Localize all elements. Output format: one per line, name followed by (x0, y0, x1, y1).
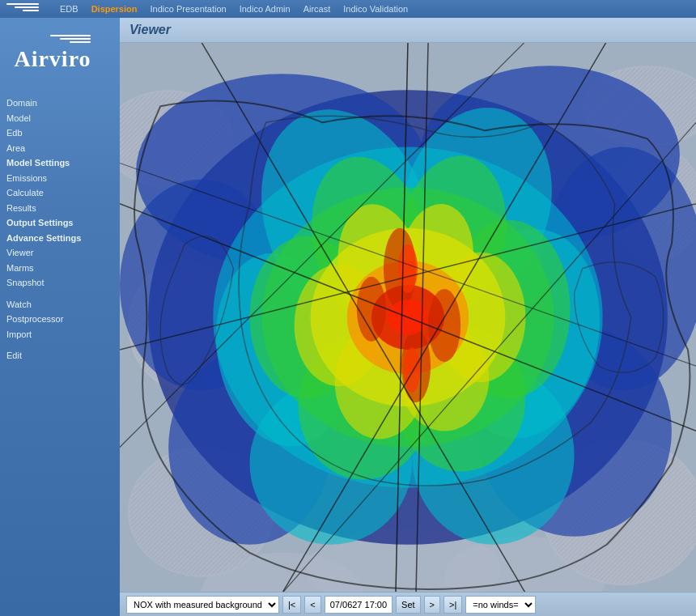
first-frame-button[interactable]: |< (282, 596, 301, 614)
page-title: Viewer (129, 23, 171, 36)
viewer-map-area[interactable] (120, 43, 696, 592)
next-frame-button[interactable]: > (424, 596, 440, 614)
topbar-item-edb[interactable]: EDB (60, 4, 79, 14)
map-visualization (120, 43, 696, 592)
sidebar-item-emissions[interactable]: Emissions (6, 171, 113, 186)
content-area: Viewer (120, 18, 696, 616)
sidebar-item-model[interactable]: Model (6, 111, 113, 126)
sidebar-item-edit[interactable]: Edit (6, 348, 113, 363)
sidebar-item-snapshot[interactable]: Snapshot (6, 275, 113, 291)
sidebar-item-domain[interactable]: Domain (6, 96, 113, 111)
topbar-item-indico-admin[interactable]: Indico Admin (240, 4, 291, 14)
sidebar-navigation: Domain Model Edb Area Model Settings Emi… (0, 92, 120, 367)
sidebar-divider-2 (6, 342, 113, 348)
logo-decoration (6, 3, 47, 11)
logo-line-1 (6, 3, 39, 5)
sidebar-logo-line-1 (50, 35, 91, 36)
sidebar-item-model-settings[interactable]: Model Settings (6, 155, 113, 171)
wind-selector[interactable]: =no winds= Wind 10m Wind 50m (465, 596, 536, 614)
sidebar-item-edb[interactable]: Edb (6, 125, 113, 141)
sidebar-item-results[interactable]: Results (6, 201, 113, 216)
sidebar: Airviro Domain Model Edb Area Model Sett… (0, 18, 120, 616)
sidebar-item-marms[interactable]: Marms (6, 261, 113, 276)
svg-point-54 (404, 347, 420, 393)
top-navigation: EDB Dispersion Indico Presentation Indic… (0, 0, 696, 18)
date-display: 07/0627 17:00 (325, 596, 393, 614)
prev-frame-button[interactable]: < (304, 596, 320, 614)
sidebar-item-postprocessor[interactable]: Postprocessor (6, 312, 113, 327)
sidebar-logo: Airviro (0, 21, 105, 86)
logo-area (6, 3, 47, 15)
sidebar-divider-1 (6, 291, 113, 297)
svg-point-53 (398, 244, 418, 293)
sidebar-logo-line-3 (70, 41, 91, 43)
logo-line-3 (23, 10, 39, 11)
sidebar-item-calculate[interactable]: Calculate (6, 185, 113, 201)
sidebar-item-watch[interactable]: Watch (6, 297, 113, 312)
set-button[interactable]: Set (396, 596, 421, 614)
sidebar-item-viewer[interactable]: Viewer (6, 245, 113, 261)
layer-selector[interactable]: NOX with measured background NOX PM10 SO… (126, 596, 279, 614)
sidebar-logo-line-2 (60, 38, 91, 40)
topbar-item-indico-validation[interactable]: Indico Validation (343, 4, 408, 14)
topbar-item-indico-presentation[interactable]: Indico Presentation (150, 4, 226, 14)
sidebar-logo-text: Airviro (14, 46, 91, 72)
logo-lines-sidebar (6, 35, 99, 43)
sidebar-item-import[interactable]: Import (6, 327, 113, 342)
main-layout: Airviro Domain Model Edb Area Model Sett… (0, 18, 696, 616)
topbar-item-aircast[interactable]: Aircast (303, 4, 331, 14)
sidebar-item-output-settings[interactable]: Output Settings (6, 215, 113, 231)
last-frame-button[interactable]: >| (443, 596, 462, 614)
sidebar-item-advance-settings[interactable]: Advance Settings (6, 231, 113, 246)
content-header: Viewer (120, 18, 696, 43)
logo-line-2 (15, 6, 39, 8)
sidebar-item-area[interactable]: Area (6, 141, 113, 156)
topbar-item-dispersion[interactable]: Dispersion (91, 4, 138, 14)
bottom-toolbar: NOX with measured background NOX PM10 SO… (120, 592, 696, 616)
svg-point-51 (428, 289, 460, 362)
